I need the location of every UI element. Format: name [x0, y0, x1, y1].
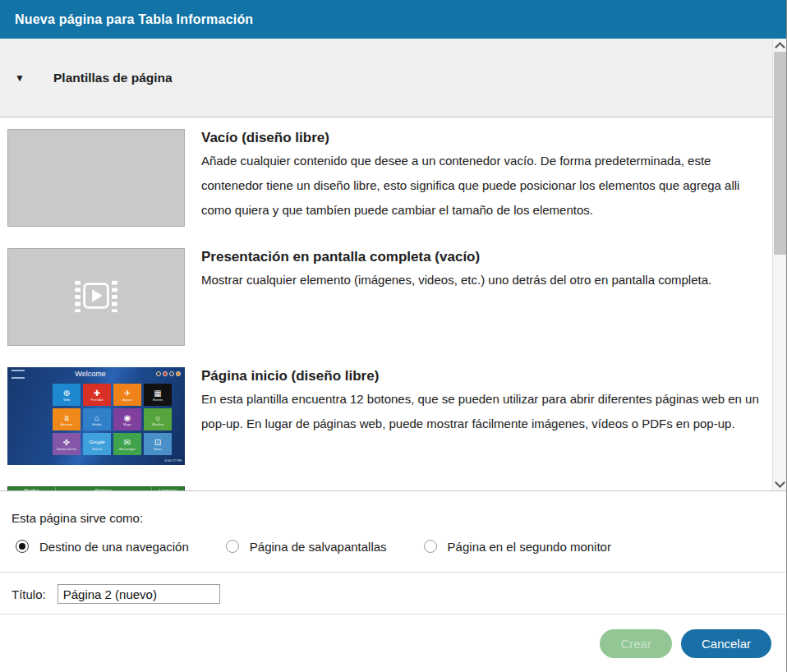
tile-search: GoogleSearch: [83, 433, 111, 455]
template-description: En esta plantilla encuentra 12 botones, …: [201, 387, 772, 436]
template-list: Vacío (diseño libre) Añade cualquier con…: [0, 118, 772, 490]
tile-label: Messenger: [119, 447, 136, 451]
fullscreen-template-thumbnail[interactable]: [7, 248, 185, 346]
tile-hotels: ⌂Hotels: [83, 408, 111, 430]
chevron-up-icon: [775, 42, 785, 53]
template-title: Vacío (diseño libre): [201, 130, 772, 146]
tile-label: Airport: [122, 398, 132, 402]
logo-mark: [12, 370, 25, 379]
tile-label: News: [154, 447, 162, 451]
chevron-down-icon: [775, 477, 785, 488]
film-strip-icon: [72, 278, 120, 317]
template-description: Mostrar cualquier elemento (imágenes, vi…: [201, 268, 772, 292]
welcome-thumb-header: Welcome: [7, 367, 185, 380]
tile-amazon: aAmazon: [53, 408, 81, 430]
template-description: Añade cualquier contenido que desee a un…: [201, 149, 772, 223]
new-page-dialog: Nueva página para Tabla Información ▼ Pl…: [0, 0, 787, 672]
dialog-title: Nueva página para Tabla Información: [15, 12, 253, 27]
tile-label: First Aid: [91, 398, 103, 402]
vertical-scrollbar[interactable]: [772, 39, 786, 490]
template-item-text: Vacío (diseño libre) Añade cualquier con…: [201, 129, 772, 227]
google-logo: Google: [89, 438, 104, 447]
tile-events: ▦Events: [144, 384, 172, 406]
sun-cloud-icon: ☼: [154, 413, 161, 422]
template-item-text: Presentación en pantalla completa (vacío…: [201, 248, 772, 346]
radio-label[interactable]: Página de salvapantallas: [250, 540, 387, 554]
flag-icon: [163, 371, 168, 376]
monitor-icon: ⊡: [154, 438, 161, 447]
amazon-icon: a: [64, 413, 69, 422]
divider: [0, 572, 786, 573]
collapse-arrow-icon[interactable]: ▼: [15, 72, 26, 84]
tile-label: Search: [92, 447, 103, 451]
scroll-down-button[interactable]: [773, 477, 786, 490]
tile-maps: ◉Maps: [113, 408, 141, 430]
purpose-radio-group: Destino de una navegación Página de salv…: [16, 539, 786, 554]
flag-icon: [169, 371, 174, 376]
radio-label[interactable]: Página en el segundo monitor: [448, 540, 611, 554]
dialog-footer-panel: Esta página sirve como: Destino de una n…: [0, 490, 786, 672]
tile-grid: ⊕Web ✚First Aid ✈Airport ▦Events aAmazon…: [53, 384, 172, 455]
radio-option-screensaver-page[interactable]: Página de salvapantallas: [226, 540, 387, 554]
dialog-titlebar: Nueva página para Tabla Información: [0, 0, 786, 39]
tile-label: Maps: [123, 422, 131, 426]
radio-button[interactable]: [424, 540, 437, 553]
page-templates-section-header[interactable]: ▼ Plantillas de página: [0, 39, 772, 117]
tile-label: Web: [63, 398, 70, 402]
flag-icon: [176, 371, 181, 376]
tile-label: Hotels: [92, 422, 101, 426]
template-item-home-page[interactable]: Welcome ⊕Web ✚First Aid ✈Airport ▦Events…: [7, 367, 772, 465]
blank-template-thumbnail[interactable]: [7, 129, 185, 227]
home-template-thumbnail[interactable]: Welcome ⊕Web ✚First Aid ✈Airport ▦Events…: [7, 367, 185, 465]
radio-option-second-monitor-page[interactable]: Página en el segundo monitor: [424, 540, 611, 554]
tile-games: ✜Games & Fun: [53, 433, 81, 455]
tile-messenger: ✉Messenger: [113, 433, 141, 455]
tile-web: ⊕Web: [53, 384, 81, 406]
action-buttons: Crear Cancelar: [0, 614, 786, 658]
template-item-text: Página inicio (diseño libre) En esta pla…: [201, 367, 772, 465]
create-button[interactable]: Crear: [600, 629, 672, 658]
tile-label: Amazon: [61, 422, 73, 426]
tile-airport: ✈Airport: [113, 384, 141, 406]
tile-weather: ☼Weather: [144, 408, 172, 430]
building-icon: ⌂: [94, 413, 99, 422]
template-title: Presentación en pantalla completa (vacío…: [201, 249, 772, 265]
clock-text: 6:56:17 PM: [165, 458, 182, 463]
page-templates-section-label: Plantillas de página: [53, 71, 173, 85]
radio-option-navigation-target[interactable]: Destino de una navegación: [16, 540, 189, 554]
purpose-label: Esta página sirve como:: [12, 511, 786, 525]
scrollbar-thumb[interactable]: [774, 52, 786, 255]
page-title-input[interactable]: [58, 584, 220, 604]
tile-label: Games & Fun: [57, 447, 77, 451]
radio-button[interactable]: [226, 540, 239, 553]
first-aid-icon: ✚: [94, 389, 100, 398]
tile-first-aid: ✚First Aid: [83, 384, 111, 406]
plane-icon: ✈: [124, 389, 131, 398]
calendar-icon: ▦: [154, 389, 161, 398]
scroll-up-button[interactable]: [773, 39, 786, 52]
title-field-row: Título:: [12, 583, 786, 605]
gamepad-icon: ✜: [63, 438, 70, 447]
map-pin-icon: ◉: [124, 413, 131, 422]
welcome-heading: Welcome: [25, 370, 156, 378]
flag-icon: [156, 371, 161, 376]
tile-label: Weather: [151, 422, 163, 426]
template-item-fullscreen-presentation[interactable]: Presentación en pantalla completa (vacío…: [7, 248, 772, 346]
language-flags: [156, 371, 181, 376]
chat-bubble-icon: ✉: [124, 438, 131, 447]
radio-label[interactable]: Destino de una navegación: [39, 540, 189, 554]
tile-news: ⊡News: [144, 433, 172, 455]
tile-label: Events: [153, 398, 163, 402]
template-item-blank[interactable]: Vacío (diseño libre) Añade cualquier con…: [7, 129, 772, 227]
cancel-button[interactable]: Cancelar: [681, 629, 771, 658]
radio-button[interactable]: [16, 540, 29, 553]
globe-icon: ⊕: [63, 389, 70, 398]
title-field-label: Título:: [12, 587, 46, 601]
template-title: Página inicio (diseño libre): [201, 368, 772, 384]
